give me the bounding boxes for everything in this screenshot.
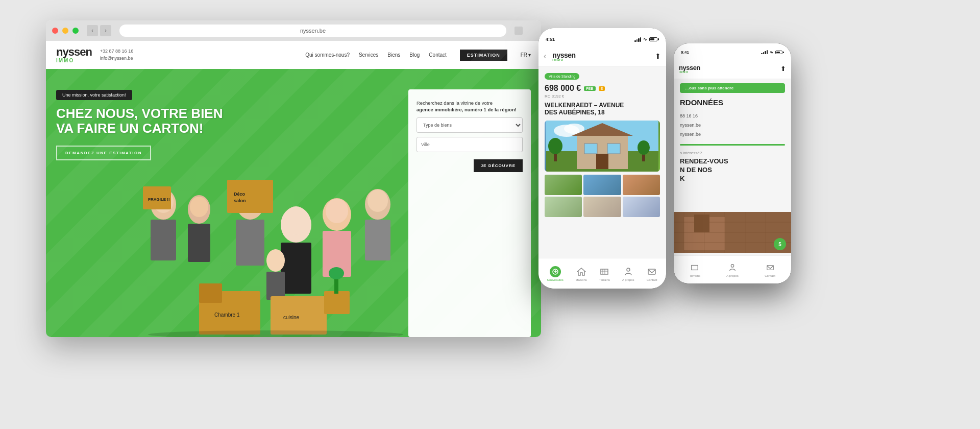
nav-terrains-label: Terrains bbox=[599, 278, 610, 281]
phone-2-wifi-icon: ∿ bbox=[770, 50, 773, 55]
phone-2-mockup: 9:41 ∿ nyssen immo ⬆ bbox=[674, 43, 791, 283]
peb-label: PEB bbox=[584, 86, 595, 91]
property-type-select[interactable]: Type de biens bbox=[416, 117, 523, 133]
phone-2-rdv-title: RENDEZ-VOUS N DE NOS K bbox=[680, 157, 785, 183]
svg-rect-30 bbox=[324, 291, 350, 314]
browser-forward-button[interactable]: › bbox=[100, 25, 111, 36]
svg-point-33 bbox=[148, 330, 403, 337]
svg-rect-40 bbox=[584, 144, 597, 154]
nav-apropos-label: A propos bbox=[622, 278, 634, 281]
phone-1-nav-contact[interactable]: Contact bbox=[646, 266, 657, 281]
svg-rect-9 bbox=[236, 220, 264, 266]
hero-mission-badge: Une mission, votre satisfaction! bbox=[56, 90, 132, 100]
phone-2-battery-icon bbox=[775, 51, 784, 54]
svg-rect-56 bbox=[648, 269, 655, 274]
logo-name: nyssen bbox=[56, 46, 92, 58]
svg-point-22 bbox=[368, 189, 388, 212]
nav-contact-label: Contact bbox=[647, 278, 657, 281]
hero-people-image: FRAGILE !! Déco salon bbox=[97, 102, 413, 337]
svg-rect-59 bbox=[694, 214, 709, 232]
svg-text:Chambre 1: Chambre 1 bbox=[214, 312, 240, 318]
nav-estimation-button[interactable]: ESTIMATION bbox=[460, 50, 507, 61]
browser-content: nyssen immo +32 87 88 16 16 info@nyssen.… bbox=[46, 41, 541, 337]
phone-2-nav-apropos[interactable]: A propos bbox=[726, 262, 739, 277]
svg-point-16 bbox=[283, 206, 309, 235]
search-button[interactable]: JE DÉCOUVRE bbox=[474, 159, 523, 172]
phone-2-bottom-image bbox=[674, 212, 791, 253]
property-thumb-4[interactable] bbox=[545, 197, 582, 217]
browser-dot-red[interactable] bbox=[52, 28, 58, 34]
nav-apropos-label-2: A propos bbox=[726, 274, 739, 277]
phone-1-back-icon[interactable]: ‹ bbox=[544, 52, 546, 61]
browser-share-icon[interactable] bbox=[514, 27, 523, 35]
apropos-icon bbox=[623, 266, 634, 277]
phone-1-share-icon[interactable]: ⬆ bbox=[655, 52, 661, 60]
phone-2-nav-contact[interactable]: Contact bbox=[765, 262, 776, 277]
svg-text:FRAGILE !!: FRAGILE !! bbox=[148, 197, 170, 202]
city-input[interactable] bbox=[416, 137, 523, 152]
property-thumb-3[interactable] bbox=[623, 175, 660, 195]
nav-link-blog[interactable]: Blog bbox=[409, 52, 420, 58]
browser-dot-yellow[interactable] bbox=[62, 28, 68, 34]
svg-text:Déco: Déco bbox=[234, 192, 246, 197]
website: nyssen immo +32 87 88 16 16 info@nyssen.… bbox=[46, 41, 541, 337]
nav-contact-label-2: Contact bbox=[765, 274, 775, 277]
svg-marker-50 bbox=[577, 268, 585, 275]
website-hero: Une mission, votre satisfaction! CHEZ NO… bbox=[46, 69, 541, 337]
property-thumbnails bbox=[545, 175, 660, 217]
svg-rect-24 bbox=[266, 272, 285, 300]
contact-icon bbox=[646, 266, 657, 277]
property-badge: Villa de Standing bbox=[545, 73, 579, 80]
phone-1-screen: 4:51 ∿ ‹ nys bbox=[538, 28, 666, 289]
property-address: WELKENRAEDT – AVENUE DES AUBÉPINES, 18 bbox=[545, 102, 660, 116]
nav-lang-selector[interactable]: FR ▾ bbox=[521, 52, 531, 58]
property-thumb-1[interactable] bbox=[545, 175, 582, 195]
property-thumb-2[interactable] bbox=[583, 175, 621, 195]
phone-2-content: …ous sans plus attendre RDONNÉES 88 16 1… bbox=[674, 79, 791, 187]
phone-1-status-bar: 4:51 ∿ bbox=[538, 28, 666, 46]
phone-2-navbar: nyssen immo ⬆ bbox=[674, 59, 791, 79]
svg-point-69 bbox=[731, 265, 733, 267]
phone-1-content: Villa de Standing 698 000 € PEB E RC 319… bbox=[538, 66, 666, 258]
phone-2-share-icon[interactable]: ⬆ bbox=[780, 65, 786, 73]
phone-1-nav-terrains[interactable]: Terrains bbox=[599, 266, 610, 281]
phone-2-signal-icon bbox=[761, 50, 768, 54]
svg-rect-42 bbox=[596, 154, 608, 169]
nav-link-biens[interactable]: Biens bbox=[387, 52, 400, 58]
phone-1-nav-nouveautes[interactable]: Nouveautés bbox=[547, 266, 564, 281]
svg-point-55 bbox=[627, 268, 630, 271]
nav-link-contact[interactable]: Contact bbox=[429, 52, 446, 58]
svg-text:salon: salon bbox=[234, 198, 246, 203]
browser-dot-green[interactable] bbox=[72, 28, 79, 34]
property-thumb-6[interactable] bbox=[623, 197, 660, 217]
phone-2-rdv-section: s intéressé? RENDEZ-VOUS N DE NOS K bbox=[680, 151, 785, 183]
browser-back-button[interactable]: ‹ bbox=[87, 25, 98, 36]
svg-rect-6 bbox=[188, 224, 210, 262]
svg-rect-51 bbox=[601, 269, 608, 274]
phone-1-wifi-icon: ∿ bbox=[643, 37, 647, 42]
phone-2-n-badge: 5 bbox=[774, 238, 786, 250]
phone-2-nav-terrains[interactable]: Terrains bbox=[689, 262, 700, 277]
phone-2-bottom-nav: Terrains A propos Contact bbox=[674, 255, 791, 283]
url-text: nyssen.be bbox=[300, 28, 326, 34]
hero-search-panel: Recherchez dans la vitrine de votre agen… bbox=[408, 89, 531, 337]
browser-url-bar[interactable]: nyssen.be bbox=[119, 25, 506, 37]
property-rc: RC 3192 € bbox=[545, 94, 660, 99]
svg-point-46 bbox=[638, 140, 650, 155]
phone-1-nav-maisons[interactable]: Maisons bbox=[575, 266, 586, 281]
nav-link-services[interactable]: Services bbox=[359, 52, 378, 58]
nav-phone: +32 87 88 16 16 bbox=[100, 48, 133, 55]
phone-2-divider bbox=[680, 144, 785, 146]
nav-contact-info: +32 87 88 16 16 info@nyssen.be bbox=[100, 48, 133, 62]
phone-1-nav-apropos[interactable]: A propos bbox=[622, 266, 634, 281]
property-thumb-5[interactable] bbox=[583, 197, 621, 217]
terrains-icon-2 bbox=[689, 262, 700, 273]
nav-links: Qui sommes-nous? Services Biens Blog Con… bbox=[305, 50, 531, 61]
phone-1-navbar: ‹ nyssen immo ⬆ bbox=[538, 46, 666, 66]
svg-point-32 bbox=[329, 267, 344, 279]
logo-sub: immo bbox=[56, 58, 92, 63]
phone-2-status-bar: 9:41 ∿ bbox=[674, 43, 791, 59]
nav-link-qui[interactable]: Qui sommes-nous? bbox=[305, 52, 350, 58]
phone-1-bottom-nav: Nouveautés Maisons Terrains A propos bbox=[538, 258, 666, 289]
phone-1-time: 4:51 bbox=[546, 37, 555, 42]
